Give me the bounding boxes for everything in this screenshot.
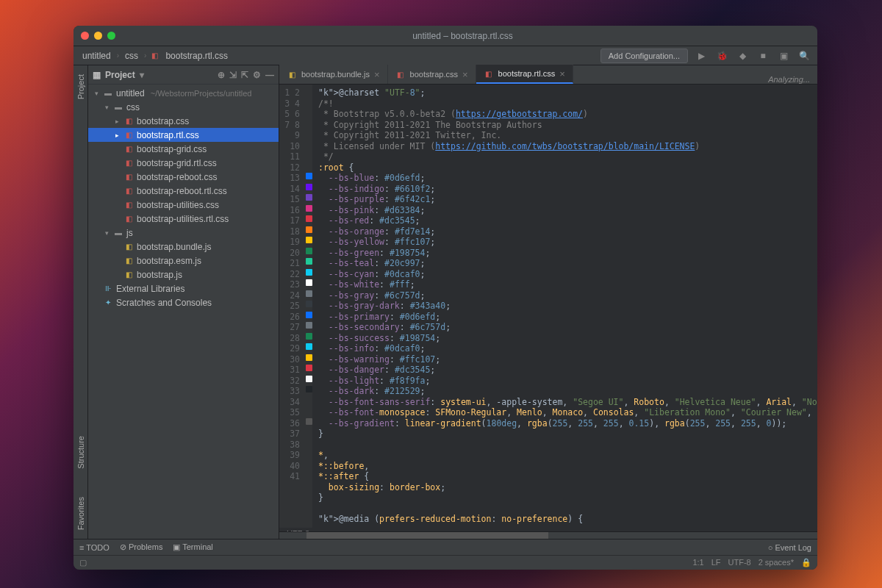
breadcrumb[interactable]: untitled <box>79 49 114 62</box>
chevron-down-icon[interactable]: ▾ <box>140 70 144 80</box>
run-icon[interactable]: ▶ <box>694 49 709 63</box>
cursor-position[interactable]: 1:1 <box>692 558 703 567</box>
search-icon[interactable]: 🔍 <box>797 49 811 63</box>
breadcrumb[interactable]: css <box>122 49 141 62</box>
chevron-right-icon: › <box>144 51 146 60</box>
layout-icon[interactable]: ▣ <box>776 49 791 63</box>
status-bar: ▢ 1:1 LF UTF-8 2 spaces* 🔒 <box>74 555 817 570</box>
editor-tab[interactable]: ◧bootstrap.bundle.js× <box>279 65 388 84</box>
js-file-icon: ◧ <box>287 69 297 79</box>
tree-node[interactable]: ◧bootstrap.bundle.js <box>88 240 279 254</box>
zoom-window-icon[interactable] <box>107 32 115 40</box>
titlebar: untitled – bootstrap.rtl.css <box>74 26 817 46</box>
tree-node[interactable]: ▸◧bootstrap.css <box>88 114 279 128</box>
editor-tab[interactable]: ◧bootstrap.css× <box>388 65 476 84</box>
terminal-tool-button[interactable]: ▣ Terminal <box>173 542 212 552</box>
line-ending[interactable]: LF <box>711 558 721 567</box>
file-tree: ▾▬untitled~/WebstormProjects/untitled▾▬c… <box>88 85 279 539</box>
ide-window: untitled – bootstrap.rtl.css untitled › … <box>74 26 817 570</box>
project-tool-button[interactable]: Project <box>76 71 85 102</box>
breadcrumb[interactable]: bootstrap.rtl.css <box>162 49 231 62</box>
favorites-tool-button[interactable]: Favorites <box>76 494 85 533</box>
tree-node[interactable]: ▾▬js <box>88 226 279 240</box>
css-file-icon: ◧ <box>484 68 494 79</box>
folder-icon: ▦ <box>93 70 101 80</box>
debug-icon[interactable]: 🐞 <box>714 49 729 63</box>
css-file-icon: ◧ <box>395 69 406 79</box>
tree-node[interactable]: ◧bootstrap-reboot.rtl.css <box>88 184 279 198</box>
tree-node[interactable]: ✦Scratches and Consoles <box>88 295 279 309</box>
collapse-icon[interactable]: ⇱ <box>241 70 248 80</box>
tree-node[interactable]: ◧bootstrap-utilities.css <box>88 198 279 212</box>
editor-tab[interactable]: ◧bootstrap.rtl.css× <box>476 65 573 84</box>
chevron-right-icon: › <box>117 51 119 60</box>
tree-node[interactable]: ▸◧bootstrap.rtl.css <box>88 128 279 142</box>
horizontal-scrollbar[interactable] <box>279 531 817 539</box>
navigation-bar: untitled › css › ◧ bootstrap.rtl.css Add… <box>74 46 817 65</box>
expand-icon[interactable]: ⇲ <box>229 70 237 80</box>
tree-node[interactable]: ◧bootstrap-utilities.rtl.css <box>88 212 279 226</box>
lock-icon[interactable]: 🔒 <box>801 558 811 567</box>
hide-icon[interactable]: — <box>265 70 274 80</box>
close-tab-icon[interactable]: × <box>462 69 468 80</box>
tree-node[interactable]: ⊪External Libraries <box>88 282 279 295</box>
line-gutter: 1 2 3 4 5 6 7 8 9 10 11 12 13 14 15 16 1… <box>279 85 306 528</box>
project-panel-header: ▦ Project ▾ ⊕ ⇲ ⇱ ⚙ — <box>88 65 279 85</box>
traffic-lights <box>81 32 115 40</box>
status-icon[interactable]: ▢ <box>79 558 87 567</box>
tree-node[interactable]: ▾▬css <box>88 100 279 114</box>
indent-setting[interactable]: 2 spaces* <box>759 558 794 567</box>
close-tab-icon[interactable]: × <box>374 69 380 80</box>
file-encoding[interactable]: UTF-8 <box>728 558 751 567</box>
tree-node[interactable]: ◧bootstrap.esm.js <box>88 254 279 268</box>
analyzing-status: Analyzing... <box>761 75 817 84</box>
close-window-icon[interactable] <box>81 32 89 40</box>
window-title: untitled – bootstrap.rtl.css <box>115 31 810 41</box>
tree-node[interactable]: ◧bootstrap.js <box>88 268 279 282</box>
source-code[interactable]: "k">@charset "UTF-8"; /*! * Bootstrap v5… <box>312 85 817 528</box>
problems-tool-button[interactable]: ⊘ Problems <box>120 542 163 552</box>
event-log-button[interactable]: ○ Event Log <box>768 543 811 552</box>
tree-node[interactable]: ◧bootstrap-grid.rtl.css <box>88 156 279 170</box>
tree-node[interactable]: ◧bootstrap-grid.css <box>88 142 279 156</box>
locate-icon[interactable]: ⊕ <box>218 70 225 80</box>
color-gutter <box>306 85 312 528</box>
close-tab-icon[interactable]: × <box>559 68 565 79</box>
gear-icon[interactable]: ⚙ <box>253 70 261 80</box>
minimize-window-icon[interactable] <box>94 32 102 40</box>
editor-tabs: ◧bootstrap.bundle.js×◧bootstrap.css×◧boo… <box>279 65 817 85</box>
encoding-hint: UTF-8 <box>279 528 817 532</box>
coverage-icon[interactable]: ◆ <box>735 49 750 63</box>
todo-tool-button[interactable]: ≡ TODO <box>79 543 110 552</box>
stop-icon[interactable]: ■ <box>756 49 770 63</box>
editor-area: ◧bootstrap.bundle.js×◧bootstrap.css×◧boo… <box>279 65 817 539</box>
left-tool-rail: Project Structure Favorites <box>74 65 88 539</box>
structure-tool-button[interactable]: Structure <box>76 433 85 472</box>
tree-node[interactable]: ◧bootstrap-reboot.css <box>88 170 279 184</box>
code-editor[interactable]: 1 2 3 4 5 6 7 8 9 10 11 12 13 14 15 16 1… <box>279 85 817 531</box>
project-panel-title: Project <box>105 70 135 80</box>
project-sidebar: ▦ Project ▾ ⊕ ⇲ ⇱ ⚙ — ▾▬untitled~/Websto… <box>88 65 279 539</box>
css-file-icon: ◧ <box>149 51 159 61</box>
bottom-tool-bar: ≡ TODO ⊘ Problems ▣ Terminal ○ Event Log <box>74 539 817 555</box>
tree-node[interactable]: ▾▬untitled~/WebstormProjects/untitled <box>88 86 279 100</box>
add-configuration-button[interactable]: Add Configuration... <box>600 49 688 63</box>
